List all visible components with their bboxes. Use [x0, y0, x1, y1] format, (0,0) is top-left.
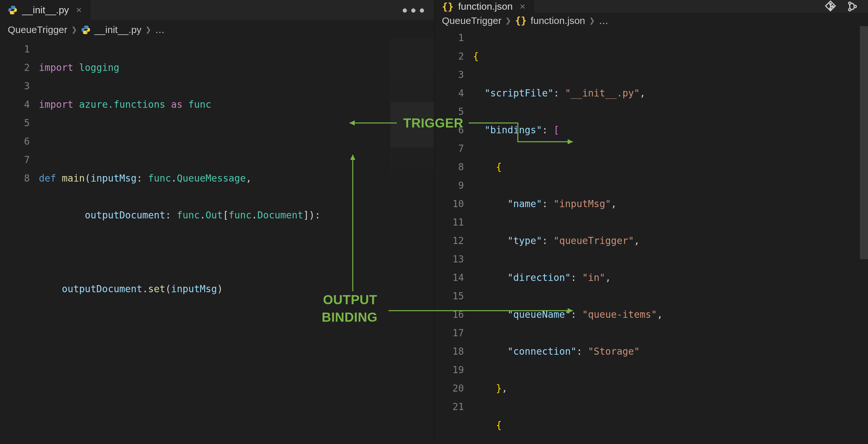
tab-bar-right: {} function.json ×: [434, 0, 868, 13]
editor-pane-left: __init__.py × ● ● ● QueueTrigger ❯ __ini…: [0, 0, 434, 444]
scrollbar-track: [860, 26, 868, 444]
svg-point-7: [854, 5, 856, 7]
line-number: 11: [434, 213, 464, 232]
scrollbar-thumb[interactable]: [860, 26, 868, 259]
close-icon[interactable]: ×: [520, 1, 526, 12]
chevron-right-icon: ❯: [589, 17, 595, 25]
line-number: 17: [434, 324, 464, 342]
line-number: 5: [434, 103, 464, 121]
line-number: 7: [0, 151, 30, 169]
line-number-gutter: 1 2 3 4 5 6 7 8: [0, 40, 39, 444]
close-icon[interactable]: ×: [76, 4, 82, 15]
code-content[interactable]: { "scriptFile": "__init__.py", "bindings…: [473, 29, 868, 444]
line-number: 6: [0, 132, 30, 151]
code-editor-right[interactable]: 1 2 3 4 5 6 7 8 9 10 11 12 13 14 15 16 1…: [434, 26, 868, 444]
tab-bar-left: __init__.py × ● ● ●: [0, 0, 434, 20]
line-number: 13: [434, 250, 464, 268]
line-number: 10: [434, 195, 464, 213]
svg-point-1: [830, 8, 831, 9]
breadcrumb-more[interactable]: …: [155, 24, 165, 35]
line-number: 1: [434, 29, 464, 47]
git-icon[interactable]: [824, 0, 837, 13]
line-number: 12: [434, 232, 464, 250]
line-number: 19: [434, 361, 464, 379]
svg-point-0: [830, 3, 831, 5]
line-number: 20: [434, 379, 464, 398]
python-icon: [81, 25, 91, 35]
chevron-right-icon: ❯: [71, 26, 77, 34]
line-number: 4: [434, 84, 464, 103]
tab-label: __init__.py: [22, 4, 69, 15]
svg-point-5: [848, 2, 851, 4]
line-number: 2: [434, 47, 464, 66]
chevron-right-icon: ❯: [505, 17, 511, 25]
line-number: 8: [0, 169, 30, 188]
line-number: 6: [434, 121, 464, 139]
line-number-gutter: 1 2 3 4 5 6 7 8 9 10 11 12 13 14 15 16 1…: [434, 29, 473, 444]
chevron-right-icon: ❯: [145, 26, 151, 34]
code-content[interactable]: import logging import azure.functions as…: [39, 40, 434, 444]
line-number: 21: [434, 398, 464, 416]
line-number: 8: [434, 158, 464, 177]
json-icon: {}: [515, 15, 527, 26]
tab-init-py[interactable]: __init__.py ×: [0, 0, 90, 20]
breadcrumb-file[interactable]: __init__.py: [94, 24, 142, 35]
tab-label: function.json: [458, 1, 513, 12]
compare-icon[interactable]: [846, 0, 859, 13]
more-actions-icon[interactable]: ● ● ●: [402, 4, 425, 15]
line-number: 18: [434, 342, 464, 361]
line-number: 3: [0, 77, 30, 95]
line-number: 2: [0, 59, 30, 77]
line-number: 1: [0, 40, 30, 59]
breadcrumb-folder[interactable]: QueueTrigger: [8, 24, 67, 35]
line-number: 15: [434, 287, 464, 306]
minimap[interactable]: [390, 37, 434, 206]
line-number: 16: [434, 306, 464, 324]
line-number: 4: [0, 95, 30, 114]
breadcrumb-bar-right[interactable]: QueueTrigger ❯ {} function.json ❯ …: [434, 13, 868, 26]
svg-point-6: [848, 8, 851, 11]
editor-pane-right: {} function.json × QueueTrigger ❯ {} fun…: [434, 0, 868, 444]
code-editor-left[interactable]: 1 2 3 4 5 6 7 8 import logging import az…: [0, 37, 434, 444]
breadcrumb-bar-left[interactable]: QueueTrigger ❯ __init__.py ❯ …: [0, 20, 434, 37]
line-number: 14: [434, 268, 464, 287]
breadcrumb-folder[interactable]: QueueTrigger: [442, 15, 502, 26]
line-number: 5: [0, 114, 30, 132]
tab-function-json[interactable]: {} function.json ×: [434, 0, 534, 13]
breadcrumb-file[interactable]: function.json: [531, 15, 585, 26]
line-number: 7: [434, 139, 464, 158]
breadcrumb-more[interactable]: …: [599, 15, 609, 26]
line-number: 3: [434, 66, 464, 84]
python-icon: [8, 5, 18, 15]
svg-point-2: [832, 6, 833, 7]
json-icon: {}: [442, 1, 454, 12]
line-number: 9: [434, 177, 464, 195]
